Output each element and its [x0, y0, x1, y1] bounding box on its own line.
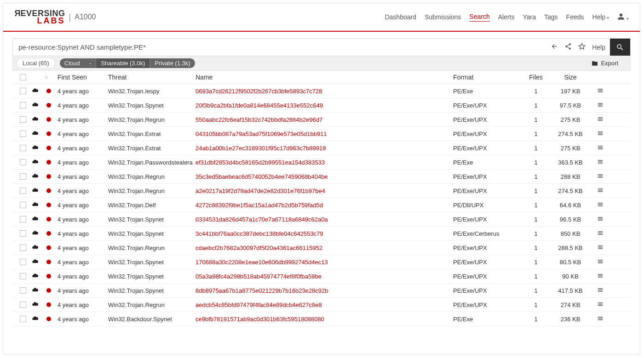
cell-name-link[interactable]: ef31dbf2853d4bc58165d2b99551ea154d383533: [196, 159, 453, 166]
cell-name-link[interactable]: ce9bfb78191571ab9ac0d301b63fc59518088080: [196, 316, 453, 323]
row-checkbox[interactable]: [20, 230, 26, 237]
cell-name-link[interactable]: 550aabc22fc6eaf15b32c742bbdfa2884b2e96d7: [196, 116, 453, 123]
cell-name-link[interactable]: 3c441bbf76aa0cc387debc138bfe04c642553c79: [196, 230, 453, 237]
col-first-seen[interactable]: First Seen: [58, 74, 108, 81]
row-checkbox[interactable]: [20, 131, 26, 137]
share-icon[interactable]: [564, 43, 572, 51]
status-dot: [46, 160, 51, 165]
row-checkbox[interactable]: [20, 88, 26, 94]
cell-name-link[interactable]: 24ab1a00b1e27ec3189301f95c17d963c7b89919: [196, 145, 453, 152]
cell-name-link[interactable]: a2e0217a19f2d78ad47de2e82d301e76f1b97be4: [196, 188, 453, 194]
cell-first-seen: 4 years ago: [58, 145, 108, 152]
row-checkbox[interactable]: [20, 216, 26, 222]
export-button[interactable]: Export: [592, 60, 621, 67]
cell-format: PE/Exe/UPX: [453, 216, 522, 223]
row-menu-icon[interactable]: [591, 130, 610, 138]
nav-dashboard[interactable]: Dashboard: [385, 13, 416, 21]
row-menu-icon[interactable]: [591, 315, 610, 323]
row-menu-icon[interactable]: [591, 144, 610, 152]
nav-search[interactable]: Search: [469, 13, 489, 22]
history-icon[interactable]: [551, 43, 558, 51]
user-menu[interactable]: [617, 13, 629, 22]
cell-name-link[interactable]: 8db8975aa67b1a8775e021229b7b16b23e28c92b: [196, 287, 453, 294]
cell-files: 1: [522, 287, 550, 294]
cloud-icon: [32, 258, 45, 266]
cell-threat: Win32.Trojan.Spynet: [108, 102, 196, 109]
filter-cloud-group[interactable]: Cloud - Shareable (3.0k) Private (1.3k): [60, 58, 195, 68]
star-icon[interactable]: [578, 43, 586, 51]
cell-size: 197 KB: [550, 88, 591, 95]
col-format[interactable]: Format: [453, 74, 522, 81]
cell-size: 274.5 KB: [550, 188, 591, 194]
row-menu-icon[interactable]: [591, 301, 610, 309]
row-checkbox[interactable]: [20, 273, 26, 279]
cell-name-link[interactable]: 35c3ed5baebeac6d5740052b4ee7459068b404be: [196, 173, 453, 180]
filter-private[interactable]: Private (1.3k): [150, 58, 195, 68]
row-menu-icon[interactable]: [591, 244, 610, 252]
cell-name-link[interactable]: 043105bb087a79a53ad75f1069e573e05d1bb911: [196, 131, 453, 137]
row-menu-icon[interactable]: [591, 173, 610, 181]
row-checkbox[interactable]: [20, 102, 26, 108]
nav-yara[interactable]: Yara: [523, 13, 536, 21]
nav-feeds[interactable]: Feeds: [566, 13, 584, 21]
cell-name-link[interactable]: aedcb54c85bfd97479f4fac84e89dcb4e627c8e8: [196, 301, 453, 308]
nav-submissions[interactable]: Submissions: [425, 13, 461, 21]
filter-local[interactable]: Local (65): [17, 58, 55, 68]
cell-name-link[interactable]: 170688a30c2208e1eae10e606db9992745d4ec13: [196, 259, 453, 266]
nav-tags[interactable]: Tags: [544, 13, 558, 21]
cell-name-link[interactable]: 20f3b9ca2bfa1fde0a814e68455e4133e552c649: [196, 102, 453, 109]
cell-threat: Win32.Trojan.Spynet: [108, 273, 196, 280]
col-threat[interactable]: Threat: [108, 74, 196, 81]
col-name[interactable]: Name: [196, 74, 453, 81]
row-checkbox[interactable]: [20, 202, 26, 208]
row-checkbox[interactable]: [20, 301, 26, 308]
cell-name-link[interactable]: cdaebcf2b7682a30097df5f20a4361ac66115952: [196, 244, 453, 251]
row-checkbox[interactable]: [20, 116, 26, 123]
row-menu-icon[interactable]: [591, 273, 610, 280]
row-checkbox[interactable]: [20, 173, 26, 180]
cell-format: PE/Exe/UPX: [453, 273, 522, 280]
table-row: 4 years agoWin32.Trojan.Spynet170688a30c…: [12, 255, 631, 269]
row-checkbox[interactable]: [20, 287, 26, 294]
table-row: 4 years agoWin32.Trojan.Extrat24ab1a00b1…: [12, 141, 631, 155]
cell-files: 1: [522, 159, 550, 166]
cell-format: PE/Exe/UPX: [453, 188, 522, 194]
row-menu-icon[interactable]: [591, 201, 610, 209]
cell-name-link[interactable]: 4272c88392f9be1f5ac15a1ad47b2d5b759fad5d: [196, 202, 453, 209]
search-button[interactable]: [610, 39, 630, 56]
col-size[interactable]: Size: [550, 74, 591, 81]
nav-alerts[interactable]: Alerts: [498, 13, 515, 21]
cloud-icon: [32, 101, 45, 109]
cell-name-link[interactable]: 05a3a98fc4a298b518ab45974774ef8f0fba59be: [196, 273, 453, 280]
row-checkbox[interactable]: [20, 316, 26, 322]
search-help-link[interactable]: Help: [592, 44, 605, 51]
select-all-checkbox[interactable]: [20, 74, 26, 80]
filter-shareable[interactable]: Shareable (3.0k): [96, 58, 150, 68]
search-input[interactable]: [13, 39, 546, 56]
row-checkbox[interactable]: [20, 244, 26, 251]
row-checkbox[interactable]: [20, 145, 26, 151]
row-menu-icon[interactable]: [591, 216, 610, 223]
row-menu-icon[interactable]: [591, 230, 610, 238]
row-menu-icon[interactable]: [591, 116, 610, 124]
cell-name-link[interactable]: 0693a7cd26212f9502f2b267cb3bfe5893c7c728: [196, 88, 453, 95]
row-menu-icon[interactable]: [591, 102, 610, 109]
row-checkbox[interactable]: [20, 259, 26, 265]
filter-cloud[interactable]: Cloud: [60, 58, 85, 68]
row-menu-icon[interactable]: [591, 87, 610, 95]
status-header[interactable]: ○: [45, 74, 58, 80]
row-menu-icon[interactable]: [591, 187, 610, 195]
row-menu-icon[interactable]: [591, 159, 610, 166]
cell-first-seen: 4 years ago: [58, 244, 108, 251]
nav-help[interactable]: Help: [592, 13, 610, 21]
col-files[interactable]: Files: [522, 74, 550, 81]
cell-format: PE/Exe/UPX: [453, 131, 522, 137]
row-checkbox[interactable]: [20, 188, 26, 194]
cell-name-link[interactable]: 0334531da826d457a1c70e7a67118a6849c62a0a: [196, 216, 453, 223]
table-row: 4 years agoWin32.Trojan.Spynet3c441bbf76…: [12, 227, 631, 241]
row-checkbox[interactable]: [20, 159, 26, 165]
row-menu-icon[interactable]: [591, 287, 610, 295]
cell-files: 1: [522, 145, 550, 152]
table-header: ○ First Seen Threat Name Format Files Si…: [12, 71, 631, 84]
row-menu-icon[interactable]: [591, 258, 610, 266]
